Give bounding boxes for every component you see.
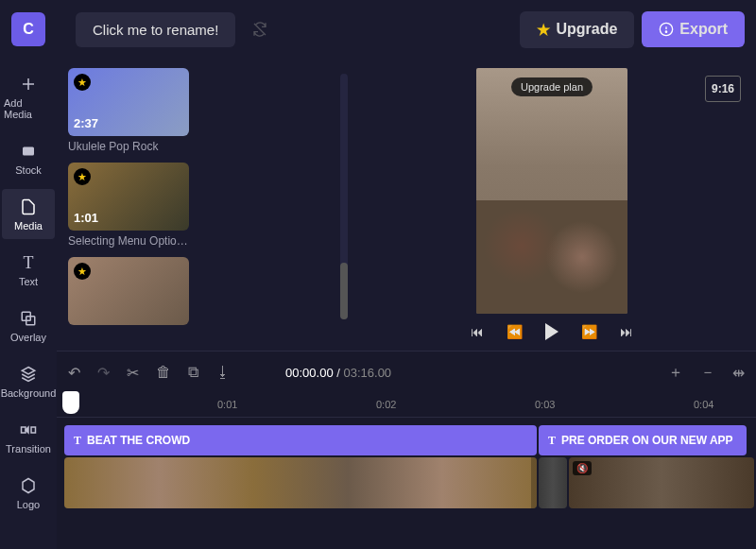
- split-button[interactable]: ✂: [127, 364, 139, 382]
- sidebar-item-media[interactable]: Media: [2, 189, 55, 239]
- video-clip[interactable]: 🔇: [569, 457, 754, 508]
- undo-button[interactable]: ↶: [68, 364, 80, 382]
- media-duration: 2:37: [74, 116, 98, 130]
- sidebar-item-text[interactable]: T Text: [2, 245, 55, 295]
- sidebar-item-stock[interactable]: Stock: [2, 133, 55, 183]
- sidebar-label: Stock: [15, 164, 42, 176]
- media-item[interactable]: ★ 1:01 Selecting Menu Options ...: [68, 163, 329, 248]
- video-clip[interactable]: [64, 457, 537, 508]
- timeline-panel: ↶ ↷ ✂ 🗑 ⧉ ⭳ 00:00.00 / 03:16.00 ＋ － ⇹ 0:…: [57, 351, 756, 549]
- skip-end-button[interactable]: ⏭: [620, 324, 633, 339]
- zoom-in-button[interactable]: ＋: [668, 363, 683, 383]
- ruler-mark: 0:02: [376, 399, 396, 410]
- sidebar-item-overlay[interactable]: Overlay: [2, 300, 55, 351]
- media-thumbnail[interactable]: ★: [68, 257, 189, 325]
- media-thumbnail[interactable]: ★ 2:37: [68, 68, 189, 136]
- export-label: Export: [679, 21, 728, 38]
- zoom-out-button[interactable]: －: [700, 363, 715, 383]
- redo-button[interactable]: ↷: [97, 364, 110, 382]
- ruler-mark: 0:03: [535, 399, 555, 410]
- favorite-star-icon[interactable]: ★: [74, 263, 91, 280]
- preview-overlay-label: Upgrade plan: [511, 77, 593, 96]
- text-clip-icon: T: [74, 434, 81, 448]
- media-item[interactable]: ★: [68, 257, 329, 325]
- media-scrollbar[interactable]: [340, 74, 348, 319]
- ruler-mark: 0:04: [694, 399, 713, 410]
- timeline-time-display: 00:00.00 / 03:16.00: [285, 366, 391, 380]
- sync-off-icon[interactable]: [243, 22, 277, 37]
- text-clip-label: BEAT THE CROWD: [87, 434, 190, 447]
- rewind-button[interactable]: ⏪: [507, 324, 523, 339]
- text-clip-icon: T: [548, 434, 556, 448]
- delete-button[interactable]: 🗑: [156, 364, 171, 381]
- ruler-mark: 0:01: [217, 399, 237, 410]
- sidebar-label: Overlay: [10, 332, 46, 343]
- sidebar-label: Logo: [17, 499, 40, 510]
- media-thumbnail[interactable]: ★ 1:01: [68, 163, 189, 231]
- scrollbar-thumb[interactable]: [340, 263, 348, 319]
- sidebar-label: Media: [14, 220, 43, 232]
- preview-area: 9:16 Upgrade plan ⏮ ⏪ ⏩ ⏭: [348, 59, 756, 351]
- duplicate-button[interactable]: ⧉: [188, 364, 198, 381]
- player-controls: ⏮ ⏪ ⏩ ⏭: [471, 323, 633, 340]
- left-sidebar: Add Media Stock Media T Text Overlay Bac…: [0, 59, 57, 549]
- favorite-star-icon[interactable]: ★: [74, 74, 91, 91]
- export-icon: [659, 22, 674, 37]
- top-bar: C Click me to rename! ★ Upgrade Export: [0, 0, 756, 59]
- playhead-handle[interactable]: [62, 391, 79, 414]
- sidebar-item-background[interactable]: Background: [2, 356, 55, 406]
- text-clip[interactable]: T PRE ORDER ON OUR NEW APP: [539, 425, 747, 455]
- fit-timeline-button[interactable]: ⇹: [732, 364, 745, 382]
- spacer-clip[interactable]: [539, 457, 567, 508]
- project-title-input[interactable]: Click me to rename!: [76, 12, 235, 47]
- svg-rect-9: [31, 427, 36, 433]
- sidebar-label: Background: [1, 387, 57, 399]
- star-icon: ★: [537, 21, 550, 39]
- svg-rect-5: [23, 147, 34, 156]
- media-library-panel: ★ 2:37 Ukulele Pop Rock ★ 1:01 Selecting…: [57, 59, 340, 351]
- transition-icon: [18, 420, 39, 440]
- export-button[interactable]: Export: [642, 11, 745, 47]
- preview-canvas[interactable]: Upgrade plan: [476, 68, 627, 314]
- text-clip-label: PRE ORDER ON OUR NEW APP: [561, 434, 733, 447]
- media-item-label: Ukulele Pop Rock: [68, 140, 189, 153]
- skip-start-button[interactable]: ⏮: [471, 324, 484, 339]
- sidebar-item-transition[interactable]: Transition: [2, 412, 55, 462]
- download-clip-button[interactable]: ⭳: [215, 364, 231, 381]
- text-track: T BEAT THE CROWD T PRE ORDER ON OUR NEW …: [57, 425, 756, 455]
- text-icon: T: [18, 252, 39, 273]
- favorite-star-icon[interactable]: ★: [74, 168, 91, 185]
- timeline-ruler[interactable]: 0:01 0:02 0:03 0:04: [57, 393, 756, 418]
- app-logo[interactable]: C: [11, 12, 45, 46]
- play-button[interactable]: [545, 323, 558, 340]
- clip-handle-right[interactable]: [531, 457, 537, 508]
- plus-icon: [18, 74, 39, 94]
- timeline-toolbar: ↶ ↷ ✂ 🗑 ⧉ ⭳ 00:00.00 / 03:16.00 ＋ － ⇹: [57, 352, 756, 393]
- layers-icon: [18, 364, 39, 385]
- stock-icon: [18, 141, 39, 162]
- upgrade-label: Upgrade: [556, 21, 617, 38]
- forward-button[interactable]: ⏩: [581, 324, 597, 339]
- sidebar-item-add-media[interactable]: Add Media: [2, 66, 55, 128]
- sidebar-label: Add Media: [4, 97, 53, 120]
- svg-point-2: [666, 31, 667, 32]
- text-clip[interactable]: T BEAT THE CROWD: [64, 425, 537, 455]
- aspect-ratio-button[interactable]: 9:16: [705, 76, 741, 102]
- sidebar-label: Transition: [6, 443, 51, 455]
- upgrade-button[interactable]: ★ Upgrade: [520, 11, 634, 48]
- logo-nav-icon: [18, 475, 39, 496]
- sidebar-item-logo[interactable]: Logo: [2, 468, 55, 518]
- video-track: 🔇: [57, 457, 756, 508]
- media-icon: [18, 197, 39, 217]
- timeline-tracks[interactable]: T BEAT THE CROWD T PRE ORDER ON OUR NEW …: [57, 418, 756, 549]
- media-item[interactable]: ★ 2:37 Ukulele Pop Rock: [68, 68, 329, 153]
- mute-icon[interactable]: 🔇: [573, 461, 592, 475]
- media-item-label: Selecting Menu Options ...: [68, 234, 189, 248]
- overlay-icon: [18, 308, 39, 329]
- media-duration: 1:01: [74, 211, 98, 225]
- sidebar-label: Text: [19, 276, 38, 287]
